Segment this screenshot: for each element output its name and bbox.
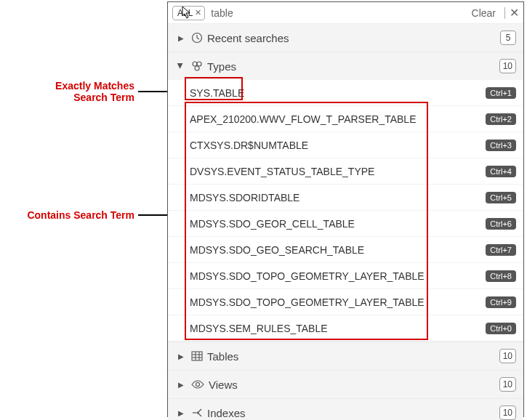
separator xyxy=(504,7,505,19)
clear-button[interactable]: Clear xyxy=(472,7,496,19)
clock-icon xyxy=(191,32,203,44)
result-label: MDSYS.SDO_TOPO_GEOMETRY_LAYER_TABLE xyxy=(190,296,486,308)
table-icon xyxy=(191,351,203,361)
list-item[interactable]: DVSYS.EVENT_STATUS_TABLE_TYPECtrl+4 xyxy=(168,158,523,185)
result-label: SYS.TABLE xyxy=(190,87,486,99)
result-label: MDSYS.SDO_GEO_SEARCH_TABLE xyxy=(190,244,486,256)
section-header-views[interactable]: ▶ Views 10 xyxy=(168,371,523,398)
list-item[interactable]: APEX_210200.WWV_FLOW_T_PARSER_TABLECtrl+… xyxy=(168,106,523,132)
chevron-down-icon: ▶ xyxy=(177,63,185,70)
section-views: ▶ Views 10 xyxy=(168,371,523,399)
search-input[interactable] xyxy=(209,7,471,20)
list-item[interactable]: MDSYS.SDO_TOPO_GEOMETRY_LAYER_TABLECtrl+… xyxy=(168,263,523,289)
svg-point-9 xyxy=(196,383,200,387)
list-item[interactable]: MDSYS.SEM_RULES_TABLECtrl+0 xyxy=(168,315,523,342)
annotation-exact-match: Exactly Matches Search Term xyxy=(33,80,134,103)
list-item[interactable]: MDSYS.SDO_GEO_SEARCH_TABLECtrl+7 xyxy=(168,237,523,263)
keyboard-shortcut: Ctrl+4 xyxy=(486,166,516,177)
section-header-indexes[interactable]: ▶ Indexes 10 xyxy=(168,399,523,420)
count-badge: 10 xyxy=(499,405,516,420)
search-panel: ALL ✕ Clear ✕ ▶ Recent searches 5 ▶ Type… xyxy=(167,1,524,417)
eye-icon xyxy=(191,380,204,389)
chevron-right-icon: ▶ xyxy=(178,409,185,417)
keyboard-shortcut: Ctrl+7 xyxy=(486,244,516,256)
annotation-contains: Contains Search Term xyxy=(4,209,134,221)
section-title: Views xyxy=(209,379,499,391)
section-tables: ▶ Tables 10 xyxy=(168,342,523,371)
section-header-types[interactable]: ▶ Types 10 xyxy=(168,52,523,80)
svg-point-2 xyxy=(197,62,201,66)
result-label: MDSYS.SEM_RULES_TABLE xyxy=(190,323,486,334)
list-item[interactable]: CTXSYS.DR$NUMTABLECtrl+3 xyxy=(168,132,523,158)
count-badge: 10 xyxy=(499,349,516,363)
keyboard-shortcut: Ctrl+3 xyxy=(486,140,516,151)
search-scope-chip[interactable]: ALL ✕ xyxy=(172,6,205,20)
keyboard-shortcut: Ctrl+5 xyxy=(486,192,516,203)
count-badge: 10 xyxy=(499,377,516,392)
result-label: DVSYS.EVENT_STATUS_TABLE_TYPE xyxy=(190,166,486,177)
chevron-right-icon: ▶ xyxy=(178,34,185,42)
keyboard-shortcut: Ctrl+0 xyxy=(486,323,516,334)
annotation-arrow-contains xyxy=(138,214,171,216)
list-item[interactable]: MDSYS.SDO_TOPO_GEOMETRY_LAYER_TABLECtrl+… xyxy=(168,289,523,315)
count-badge: 10 xyxy=(499,59,516,73)
close-icon[interactable]: ✕ xyxy=(195,8,201,17)
section-types: ▶ Types 10 SYS.TABLECtrl+1APEX_210200.WW… xyxy=(168,52,523,342)
keyboard-shortcut: Ctrl+6 xyxy=(486,218,516,230)
keyboard-shortcut: Ctrl+2 xyxy=(486,113,516,125)
section-recent: ▶ Recent searches 5 xyxy=(168,24,523,52)
svg-point-1 xyxy=(193,62,197,66)
svg-line-12 xyxy=(198,409,201,413)
section-header-recent[interactable]: ▶ Recent searches 5 xyxy=(168,24,523,52)
types-icon xyxy=(191,60,203,72)
section-title: Indexes xyxy=(207,407,499,419)
keyboard-shortcut: Ctrl+1 xyxy=(486,87,516,99)
search-scope-label: ALL xyxy=(177,8,193,18)
result-label: CTXSYS.DR$NUMTABLE xyxy=(190,140,486,151)
result-label: MDSYS.SDO_GEOR_CELL_TABLE xyxy=(190,218,486,230)
svg-rect-4 xyxy=(192,352,202,360)
section-header-tables[interactable]: ▶ Tables 10 xyxy=(168,342,523,370)
svg-line-13 xyxy=(198,413,201,416)
section-indexes: ▶ Indexes 10 xyxy=(168,399,523,420)
list-item[interactable]: MDSYS.SDORIDTABLECtrl+5 xyxy=(168,185,523,211)
close-panel-button[interactable]: ✕ xyxy=(510,6,519,20)
annotation-arrow-exact xyxy=(138,91,171,92)
section-title: Tables xyxy=(207,350,499,363)
chevron-right-icon: ▶ xyxy=(178,381,185,389)
chevron-right-icon: ▶ xyxy=(178,352,185,360)
result-label: APEX_210200.WWV_FLOW_T_PARSER_TABLE xyxy=(190,113,486,125)
search-bar: ALL ✕ Clear ✕ xyxy=(168,2,523,24)
section-title: Recent searches xyxy=(207,32,500,44)
result-label: MDSYS.SDORIDTABLE xyxy=(190,192,486,203)
keyboard-shortcut: Ctrl+9 xyxy=(486,296,516,308)
svg-point-3 xyxy=(195,66,199,70)
result-label: MDSYS.SDO_TOPO_GEOMETRY_LAYER_TABLE xyxy=(190,270,486,282)
index-icon xyxy=(191,408,203,418)
list-item[interactable]: MDSYS.SDO_GEOR_CELL_TABLECtrl+6 xyxy=(168,211,523,237)
types-list: SYS.TABLECtrl+1APEX_210200.WWV_FLOW_T_PA… xyxy=(168,80,523,342)
section-title: Types xyxy=(207,60,499,73)
keyboard-shortcut: Ctrl+8 xyxy=(486,270,516,282)
count-badge: 5 xyxy=(500,31,516,45)
list-item[interactable]: SYS.TABLECtrl+1 xyxy=(168,80,523,106)
